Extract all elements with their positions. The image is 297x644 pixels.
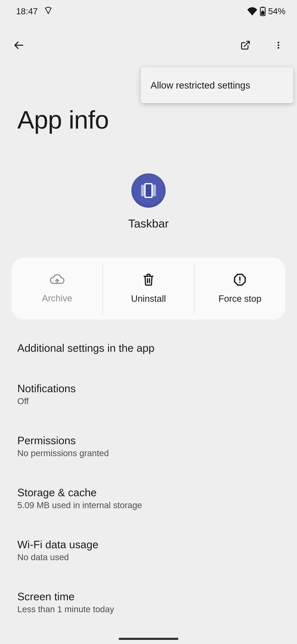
wifi-icon [247,7,257,16]
status-bar: 18:47 54% [0,0,297,23]
row-notifications[interactable]: Notifications Off [0,366,297,418]
open-external-button[interactable] [235,35,256,56]
settings-list: Additional settings in the app Notificat… [0,330,297,626]
row-title: Additional settings in the app [17,342,280,354]
app-icon [131,174,166,208]
svg-rect-11 [146,184,151,197]
svg-point-5 [278,42,279,43]
overflow-menu: Allow restricted settings [141,67,293,103]
app-name: Taskbar [128,217,169,230]
more-vert-icon [274,41,283,50]
row-screen-time[interactable]: Screen time Less than 1 minute today [0,574,297,626]
row-subtitle: 5.09 MB used in internal storage [17,500,280,510]
svg-line-4 [244,41,249,46]
trash-icon [143,273,154,288]
status-right: 54% [247,6,286,16]
app-bar [0,32,297,59]
row-subtitle: No permissions granted [17,448,280,458]
row-subtitle: Less than 1 minute today [17,604,280,614]
action-label: Uninstall [131,294,166,304]
row-title: Permissions [17,434,280,447]
status-time: 18:47 [16,6,38,16]
row-title: Storage & cache [17,486,280,499]
open-in-new-icon [240,40,251,51]
battery-icon [260,6,266,16]
row-subtitle: Off [17,396,280,406]
force-stop-button[interactable]: Force stop [195,258,286,320]
page-title: App info [17,105,109,134]
uninstall-button[interactable]: Uninstall [103,258,194,320]
row-wifi-data[interactable]: Wi-Fi data usage No data used [0,522,297,574]
home-indicator[interactable] [119,638,178,640]
svg-rect-8 [141,185,144,196]
more-options-button[interactable] [268,35,289,56]
row-title: Screen time [17,590,280,603]
row-subtitle: No data used [17,552,280,562]
action-label: Force stop [218,294,261,304]
svg-point-17 [239,282,241,283]
cloud-upload-icon [49,274,65,288]
action-label: Archive [42,293,72,304]
archive-button: Archive [11,258,102,320]
svg-point-6 [278,44,279,46]
menu-item-label: Allow restricted settings [151,80,250,90]
row-additional-settings[interactable]: Additional settings in the app [0,330,297,366]
status-battery: 54% [268,6,286,16]
row-title: Notifications [17,382,280,395]
svg-rect-9 [153,185,156,196]
action-row: Archive Uninstall Force stop [11,258,286,320]
vpn-shield-icon [44,6,53,17]
arrow-back-icon [13,40,24,52]
row-title: Wi-Fi data usage [17,538,280,551]
svg-rect-1 [262,6,264,8]
app-header: Taskbar [0,174,297,230]
alert-octagon-icon [234,273,246,288]
back-button[interactable] [8,35,29,56]
row-storage[interactable]: Storage & cache 5.09 MB used in internal… [0,470,297,522]
status-left: 18:47 [16,6,53,17]
svg-point-7 [278,47,279,48]
menu-item-allow-restricted[interactable]: Allow restricted settings [141,71,293,100]
row-permissions[interactable]: Permissions No permissions granted [0,418,297,470]
